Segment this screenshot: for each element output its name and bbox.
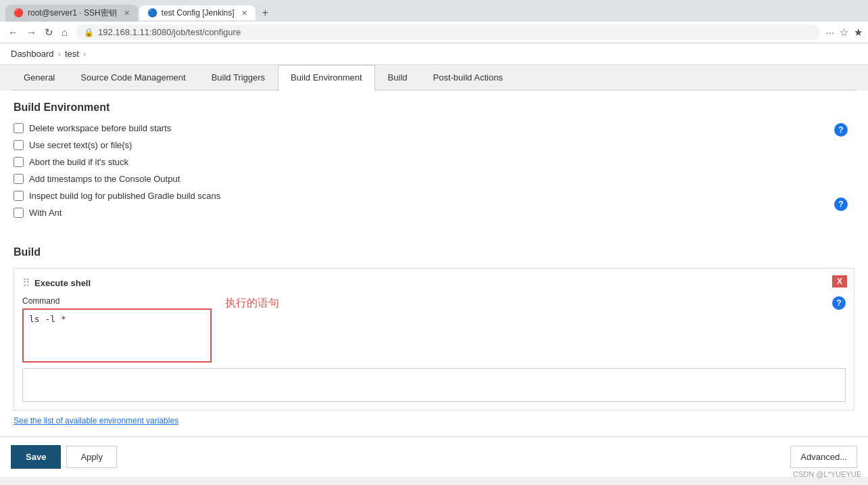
tab-post-build[interactable]: Post-build Actions <box>420 65 516 89</box>
command-value: ls -l * <box>29 314 66 324</box>
checkboxes-col: Delete workspace before build starts Use… <box>14 123 834 225</box>
tab-1[interactable]: 🔴 root@server1 · SSH密钥 ✕ <box>5 5 138 22</box>
add-timestamps-label: Add timestamps to the Console Output <box>29 174 180 184</box>
browser-chrome: 🔴 root@server1 · SSH密钥 ✕ 🔵 test Config [… <box>0 0 868 477</box>
checkbox-row-abort: Abort the build if it's stuck <box>14 157 834 167</box>
tab1-label: root@server1 · SSH密钥 <box>28 7 117 19</box>
delete-workspace-label: Delete workspace before build starts <box>29 123 171 133</box>
checkbox-row-ant: With Ant <box>14 208 834 218</box>
tab-scm[interactable]: Source Code Management <box>68 65 198 89</box>
use-secret-label: Use secret text(s) or file(s) <box>29 140 132 150</box>
help-icons-col: ? ? <box>834 123 854 211</box>
advanced-button[interactable]: Advanced... <box>790 446 857 468</box>
star-icon[interactable]: ★ <box>854 26 863 39</box>
execute-shell-box: ⠿ Execute shell X Command ls -l * 执行的语句 … <box>14 268 854 411</box>
help-icon-execute[interactable]: ? <box>832 296 846 310</box>
config-tabs-wrapper: General Source Code Management Build Tri… <box>0 65 868 91</box>
build-environment-title: Build Environment <box>14 101 854 114</box>
tab-build-triggers[interactable]: Build Triggers <box>199 65 278 89</box>
address-bar: ← → ↻ ⌂ 🔒 192.168.1.11:8080/job/test/con… <box>0 22 868 43</box>
with-ant-checkbox[interactable] <box>14 208 24 218</box>
inspect-gradle-label: Inspect build log for published Gradle b… <box>29 191 220 201</box>
bookmark-icon[interactable]: ☆ <box>840 26 848 39</box>
save-button[interactable]: Save <box>11 445 61 469</box>
command-textarea[interactable]: ls -l * <box>22 308 212 363</box>
build-section: Build ⠿ Execute shell X Command ls -l * <box>0 235 868 436</box>
env-variables-link[interactable]: See the list of available environment va… <box>14 416 854 425</box>
nav-buttons: ← → ↻ ⌂ <box>5 25 70 40</box>
new-tab-button[interactable]: + <box>257 4 274 22</box>
checkbox-row-secret: Use secret text(s) or file(s) <box>14 140 834 150</box>
inspect-gradle-checkbox[interactable] <box>14 191 24 201</box>
checkbox-row-gradle: Inspect build log for published Gradle b… <box>14 191 834 201</box>
abort-stuck-label: Abort the build if it's stuck <box>29 157 128 167</box>
remove-execute-shell-button[interactable]: X <box>832 275 847 287</box>
drag-handle-icon: ⠿ <box>22 277 30 290</box>
breadcrumb: Dashboard › test › <box>0 43 868 65</box>
help-icon-ant[interactable]: ? <box>834 198 848 211</box>
tab-general[interactable]: General <box>11 65 68 89</box>
build-environment-section: Build Environment Delete workspace befor… <box>0 91 868 235</box>
tab-2[interactable]: 🔵 test Config [Jenkins] ✕ <box>139 5 256 20</box>
execute-help-icon: ? <box>832 296 846 310</box>
execute-shell-title: Execute shell <box>34 278 91 288</box>
tab2-close[interactable]: ✕ <box>241 9 247 18</box>
url-bar[interactable]: 🔒 192.168.1.11:8080/job/test/configure <box>76 24 820 40</box>
page: Dashboard › test › General Source Code M… <box>0 43 868 477</box>
abort-stuck-checkbox[interactable] <box>14 157 24 167</box>
back-button[interactable]: ← <box>5 25 21 40</box>
tab-bar: 🔴 root@server1 · SSH密钥 ✕ 🔵 test Config [… <box>0 0 868 22</box>
watermark: CSDN @L*YUEYUE <box>793 470 861 477</box>
menu-icons: ··· ☆ ★ <box>825 26 863 39</box>
breadcrumb-sep1: › <box>58 49 61 59</box>
command-area: Command ls -l * 执行的语句 ? <box>22 296 846 363</box>
command-annotation: 执行的语句 <box>225 296 279 310</box>
checkbox-row-timestamps: Add timestamps to the Console Output <box>14 174 834 184</box>
footer-bar: Save Apply Advanced... <box>0 436 868 477</box>
breadcrumb-test[interactable]: test <box>65 49 79 59</box>
tab-build[interactable]: Build <box>375 65 420 89</box>
command-box-wrapper: Command ls -l * <box>22 296 212 363</box>
execute-shell-header: ⠿ Execute shell <box>22 277 846 290</box>
more-icon[interactable]: ··· <box>825 26 834 39</box>
with-ant-label: With Ant <box>29 208 62 218</box>
build-title: Build <box>14 246 854 258</box>
apply-button[interactable]: Apply <box>66 446 117 468</box>
command-label: Command <box>22 296 212 306</box>
breadcrumb-sep2: › <box>83 49 86 59</box>
checkbox-row-delete: Delete workspace before build starts <box>14 123 834 133</box>
url-text: 192.168.1.11:8080/job/test/configure <box>98 27 812 37</box>
tab2-favicon: 🔵 <box>147 8 158 18</box>
refresh-button[interactable]: ↻ <box>42 25 56 40</box>
delete-workspace-checkbox[interactable] <box>14 123 24 133</box>
build-env-options: Delete workspace before build starts Use… <box>14 123 854 225</box>
breadcrumb-dashboard[interactable]: Dashboard <box>11 49 54 59</box>
tab1-close[interactable]: ✕ <box>124 9 130 18</box>
tab2-label: test Config [Jenkins] <box>162 8 235 18</box>
extra-textarea[interactable] <box>22 368 846 402</box>
add-timestamps-checkbox[interactable] <box>14 174 24 184</box>
env-link-wrapper: See the list of available environment va… <box>14 416 854 425</box>
use-secret-checkbox[interactable] <box>14 140 24 150</box>
tab-build-environment[interactable]: Build Environment <box>278 65 375 91</box>
forward-button[interactable]: → <box>24 25 39 40</box>
tab1-favicon: 🔴 <box>14 8 24 18</box>
config-tabs: General Source Code Management Build Tri… <box>11 65 857 91</box>
home-button[interactable]: ⌂ <box>59 25 70 40</box>
help-icon-secret[interactable]: ? <box>834 123 848 137</box>
